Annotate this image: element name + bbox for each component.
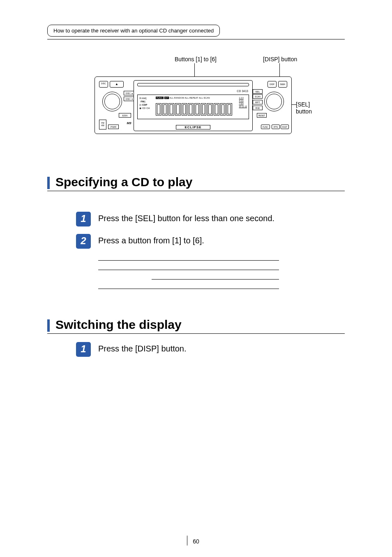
m3-label: M3 bbox=[125, 121, 134, 127]
step-row: 1 Press the [DISP] button. bbox=[76, 342, 345, 357]
heading-accent-bar bbox=[47, 319, 50, 332]
callout-sel-l1: [SEL] bbox=[296, 101, 310, 108]
disp-button: DISP bbox=[267, 81, 277, 88]
redacted-lines bbox=[98, 260, 345, 289]
cd-model-label: CD 3413 bbox=[237, 90, 248, 92]
device-diagram: Buttons [1] to [6] [DISP] button [SEL] b… bbox=[47, 56, 345, 142]
seek-button: SEEK bbox=[278, 81, 287, 88]
heading-text: Specifying a CD to play bbox=[55, 175, 192, 189]
redacted-line bbox=[98, 260, 279, 261]
step-row: 2 Press a button from [1] to [6]. bbox=[76, 234, 345, 249]
divider bbox=[47, 39, 345, 39]
redacted-line bbox=[152, 279, 279, 280]
esn-button: ESN bbox=[119, 113, 131, 118]
preset-numbers: 1 2 3 4 5 6 7 8 9 10 11 12 bbox=[239, 97, 247, 108]
step-text: Press the [DISP] button. bbox=[98, 342, 187, 354]
device-screen: CD 3413 ☒ AM▯ FM▯ ◎ CDP ◉ CD CH FUNC ST … bbox=[134, 80, 253, 131]
step-text: Press the [SEL] button for less than one… bbox=[98, 212, 274, 223]
redacted-line bbox=[98, 270, 279, 270]
cd-slot bbox=[137, 83, 249, 86]
callout-buttons-1-6: Buttons [1] to [6] bbox=[175, 56, 217, 62]
rtn-button: RTN bbox=[272, 125, 280, 129]
step-number-badge: 1 bbox=[76, 212, 91, 226]
screen-segments bbox=[156, 103, 232, 116]
scan-button: SCAN bbox=[253, 94, 263, 99]
device-right-panel: DISP SEEK SEL SCAN RPT RND RESET FUNC RT… bbox=[254, 80, 288, 131]
power-button: PWR bbox=[108, 125, 119, 129]
volume-knob bbox=[102, 92, 122, 111]
sel-button: SEL bbox=[253, 89, 263, 94]
step-number-badge: 1 bbox=[76, 342, 91, 357]
heading-accent-bar bbox=[47, 177, 50, 189]
section-heading-specifying-cd: Specifying a CD to play bbox=[47, 175, 345, 191]
heading-text: Switching the display bbox=[55, 318, 182, 332]
leader-line bbox=[291, 104, 296, 105]
device-left-panel: DISC ▲ DISC ▲ DISC ▼ ESN FMAM PWR M3 bbox=[98, 80, 132, 131]
callout-sel-button: [SEL] button bbox=[296, 101, 312, 115]
rpt-button: RPT bbox=[253, 100, 263, 104]
eject-button: ▲ bbox=[110, 81, 124, 88]
leader-line bbox=[194, 63, 195, 76]
disc-button: DISC bbox=[99, 81, 108, 88]
eclipse-brand: ECLIPSE bbox=[134, 125, 252, 129]
page-number: 60 bbox=[0, 538, 392, 545]
step-number-badge: 2 bbox=[76, 234, 91, 249]
car-stereo-device: DISC ▲ DISC ▲ DISC ▼ ESN FMAM PWR M3 CD … bbox=[95, 76, 292, 134]
tune-knob bbox=[264, 92, 284, 111]
func-button: FUNC bbox=[261, 125, 270, 129]
screen-mode-icons: ☒ AM▯ FM▯ ◎ CDP ◉ CD CH bbox=[139, 97, 150, 110]
step-row: 1 Press the [SEL] button for less than o… bbox=[76, 212, 345, 226]
callout-disp-button: [DISP] button bbox=[263, 56, 297, 62]
step-text: Press a button from [1] to [6]. bbox=[98, 234, 204, 245]
reset-button: RESET bbox=[257, 113, 267, 118]
fast-button: FAST bbox=[281, 125, 289, 129]
redacted-line bbox=[98, 289, 279, 289]
breadcrumb-tab: How to operate the receiver with an opti… bbox=[47, 25, 220, 37]
fm-am-button: FMAM bbox=[99, 120, 106, 129]
screen-mode-labels: FUNC ST ALL-RANDOM ALL-REPEAT ALL-SCAN bbox=[156, 97, 210, 99]
section-heading-switching-display: Switching the display bbox=[47, 318, 345, 334]
lcd-display: ☒ AM▯ FM▯ ◎ CDP ◉ CD CH FUNC ST ALL-RAND… bbox=[137, 95, 249, 119]
rnd-button: RND bbox=[253, 106, 263, 110]
callout-sel-l2: button bbox=[296, 108, 312, 115]
